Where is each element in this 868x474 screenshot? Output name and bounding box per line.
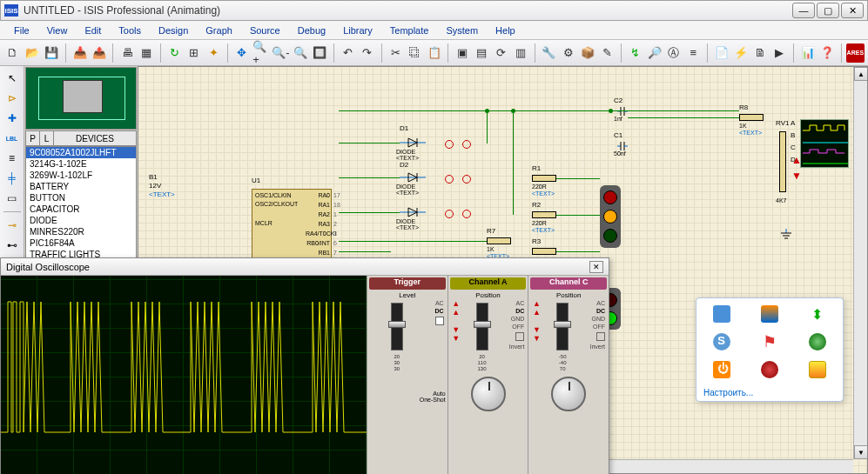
osc-titlebar[interactable]: Digital Oscilloscope ✕: [1, 258, 609, 276]
ch-c-pos-arrows[interactable]: ▲▲▼▼: [530, 299, 542, 373]
junction-icon[interactable]: ✚: [3, 110, 22, 127]
tray-skype-icon[interactable]: S: [713, 333, 730, 350]
tray-shield-icon[interactable]: [761, 305, 778, 323]
excel-icon[interactable]: 📊: [798, 43, 817, 63]
system-tray-popup[interactable]: ⬍ S ⚑ ⏻ Настроить...: [696, 297, 844, 402]
zoom-fit-icon[interactable]: 🔍: [291, 43, 309, 63]
close-button[interactable]: ✕: [841, 3, 864, 18]
menu-design[interactable]: Design: [150, 21, 197, 39]
component-icon[interactable]: ⊳: [3, 90, 22, 107]
pin-icon[interactable]: ⊷: [3, 237, 22, 254]
tray-customize-link[interactable]: Настроить...: [703, 388, 753, 397]
osc-display[interactable]: [1, 276, 367, 474]
ch-a-vdiv-knob[interactable]: [471, 377, 506, 411]
erc-icon[interactable]: ⚡: [731, 43, 750, 63]
area-icon[interactable]: ▦: [138, 43, 156, 63]
menu-edit[interactable]: Edit: [76, 21, 110, 39]
menu-help[interactable]: Help: [487, 21, 524, 39]
oscilloscope-window[interactable]: Digital Oscilloscope ✕ Trigger Level 203…: [0, 257, 609, 474]
make-icon[interactable]: ⚙: [559, 43, 577, 63]
export-icon[interactable]: 📤: [90, 43, 108, 63]
ch-a-invert[interactable]: Invert: [501, 343, 524, 350]
res-r8[interactable]: [739, 114, 764, 121]
tray-note-icon[interactable]: [809, 361, 826, 378]
scope-instrument[interactable]: [800, 119, 849, 168]
new-icon[interactable]: 🗋: [3, 43, 22, 63]
compile-icon[interactable]: ▶: [770, 43, 789, 63]
package-icon[interactable]: 📦: [578, 43, 596, 63]
button-sw1[interactable]: [445, 140, 454, 149]
help-icon[interactable]: ❓: [818, 43, 836, 63]
pick-icon[interactable]: 🔧: [540, 43, 558, 63]
undo-icon[interactable]: ↶: [339, 43, 357, 63]
block-move-icon[interactable]: ▤: [473, 43, 491, 63]
ares-icon[interactable]: ARES: [846, 43, 865, 63]
paste-icon[interactable]: 📋: [425, 43, 443, 63]
menu-tools[interactable]: Tools: [110, 21, 150, 39]
device-item[interactable]: 3214G-1-102E: [26, 158, 136, 170]
res-r3[interactable]: [532, 248, 556, 255]
device-item[interactable]: 9C08052A1002JLHFT: [26, 147, 136, 158]
find-icon[interactable]: Ⓐ: [664, 43, 683, 63]
subcircuit-icon[interactable]: ▭: [3, 190, 22, 207]
menu-library[interactable]: Library: [334, 21, 381, 39]
ch-a-pos-arrows[interactable]: ▲▲▼▼: [450, 299, 462, 373]
cut-icon[interactable]: ✂: [387, 43, 405, 63]
ch-c-ac[interactable]: AC: [582, 299, 605, 307]
bus-icon[interactable]: ╪: [3, 170, 22, 187]
ch-a-ac[interactable]: AC: [501, 299, 524, 307]
ch-a-off[interactable]: OFF: [501, 323, 524, 330]
pot-down-icon[interactable]: ▼: [791, 170, 802, 182]
device-item[interactable]: PIC16F84A: [26, 237, 136, 249]
ch-c-invert[interactable]: Invert: [582, 343, 605, 350]
refresh-icon[interactable]: ↻: [165, 43, 184, 63]
canvas-scroll-v[interactable]: ▲ ▼: [853, 67, 867, 459]
search-icon[interactable]: 🔎: [645, 43, 663, 63]
selection-icon[interactable]: ↖: [3, 70, 22, 87]
block-rotate-icon[interactable]: ⟳: [492, 43, 510, 63]
ch-c-vdiv-knob[interactable]: [551, 377, 586, 411]
menu-graph[interactable]: Graph: [197, 21, 241, 39]
button-sw3b[interactable]: [462, 210, 471, 218]
pot-rv1[interactable]: [779, 131, 786, 192]
tray-globe-icon[interactable]: [809, 333, 826, 350]
device-item[interactable]: CAPACITOR: [26, 204, 136, 215]
menu-file[interactable]: File: [5, 21, 38, 39]
ch-a-dc[interactable]: DC: [501, 307, 524, 315]
device-item[interactable]: 3269W-1-102LF: [26, 170, 136, 181]
trigger-ac[interactable]: AC: [425, 299, 444, 307]
block-copy-icon[interactable]: ▣: [453, 43, 471, 63]
trigger-level-slider[interactable]: [391, 303, 403, 350]
grid-icon[interactable]: ⊞: [185, 43, 203, 63]
save-icon[interactable]: 💾: [43, 43, 61, 63]
menu-view[interactable]: View: [38, 21, 77, 39]
tray-flag-icon[interactable]: ⚑: [761, 333, 778, 350]
netlist-icon[interactable]: 🗎: [750, 43, 769, 63]
overview-window[interactable]: [25, 67, 137, 130]
decompose-icon[interactable]: ✎: [597, 43, 616, 63]
button-sw2[interactable]: [445, 175, 454, 184]
device-item[interactable]: MINRES220R: [26, 226, 136, 237]
trigger-auto[interactable]: Auto: [369, 391, 446, 397]
button-sw3[interactable]: [445, 210, 454, 218]
bom-icon[interactable]: 📄: [712, 43, 730, 63]
scroll-down-icon[interactable]: ▼: [854, 445, 868, 459]
button-sw2b[interactable]: [462, 175, 471, 184]
osc-close-button[interactable]: ✕: [589, 261, 603, 273]
terminal-icon[interactable]: ⊸: [3, 217, 22, 234]
menu-source[interactable]: Source: [241, 21, 289, 39]
cap-c1[interactable]: [617, 140, 628, 154]
res-r1[interactable]: [532, 175, 556, 182]
scroll-up-icon[interactable]: ▲: [854, 67, 868, 81]
res-r7[interactable]: [487, 237, 511, 244]
assign-icon[interactable]: ≡: [684, 43, 703, 63]
ch-a-gnd[interactable]: GND: [501, 315, 524, 323]
pan-icon[interactable]: ✥: [232, 43, 251, 63]
ch-c-position-slider[interactable]: [556, 303, 569, 350]
ch-c-off[interactable]: OFF: [582, 323, 605, 330]
tray-updown-icon[interactable]: ⬍: [809, 305, 826, 323]
copy-icon[interactable]: ⿻: [406, 43, 424, 63]
redo-icon[interactable]: ↷: [358, 43, 376, 63]
button-sw1b[interactable]: [462, 140, 471, 149]
ch-c-gnd[interactable]: GND: [582, 315, 605, 323]
